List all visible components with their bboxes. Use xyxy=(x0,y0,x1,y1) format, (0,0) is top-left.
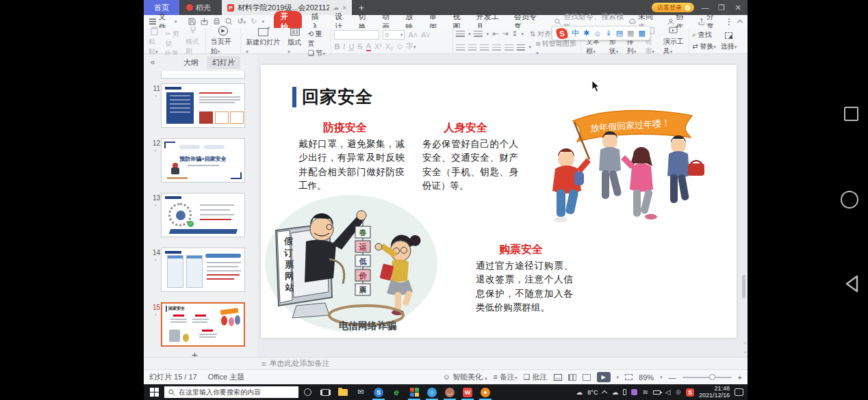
replace-button[interactable]: ⇄ 替换▾ xyxy=(692,42,716,51)
strikethrough-button[interactable]: S xyxy=(357,42,362,51)
align-right-icon[interactable] xyxy=(480,44,489,51)
task-view-button[interactable] xyxy=(316,384,334,400)
slide-thumbnail-15[interactable]: 回家安全 xyxy=(161,302,245,347)
vertical-scrollbar[interactable] xyxy=(741,57,746,341)
increase-indent-icon[interactable]: ⇥ xyxy=(502,29,508,38)
tab-slides[interactable]: 幻灯片 xyxy=(207,56,240,69)
new-slide-button[interactable]: 新建幻灯片▾ xyxy=(244,27,283,55)
ime-tools-icon[interactable]: ▦ xyxy=(627,29,634,38)
slideshow-play-button[interactable]: ▶ xyxy=(597,372,611,382)
ime-mic-icon[interactable]: ⇓ xyxy=(605,29,611,38)
slide-thumb-10-partial[interactable] xyxy=(161,71,245,79)
font-size-input[interactable]: 0▾ xyxy=(383,30,405,40)
battery-icon[interactable] xyxy=(653,390,661,395)
undo-icon[interactable]: ↺▾ xyxy=(238,17,246,26)
slide-canvas[interactable]: 回家安全 防疫安全 戴好口罩，避免聚集，减少出行，有异常及时反映并配合相关部门做… xyxy=(261,65,737,338)
subscript-button[interactable]: X₂ xyxy=(385,42,394,51)
bullet-list-icon[interactable] xyxy=(456,31,465,37)
normal-view-button[interactable] xyxy=(554,374,562,381)
cortana-button[interactable] xyxy=(298,384,316,400)
zoom-out-button[interactable]: — xyxy=(669,373,676,382)
collapse-ribbon-icon[interactable] xyxy=(737,20,743,25)
weather-temp[interactable]: 8°C xyxy=(587,389,598,396)
align-center-icon[interactable] xyxy=(468,44,477,51)
wps-button[interactable]: W xyxy=(459,384,476,400)
scrollbar-thumb[interactable] xyxy=(742,275,745,298)
file-explorer-button[interactable] xyxy=(334,384,352,400)
play-from-current-button[interactable]: ▶ 当页开始▾ xyxy=(209,26,238,56)
slide-thumbnail-11[interactable] xyxy=(161,83,245,128)
pen-input-icon[interactable]: ⊕ xyxy=(676,388,681,396)
redo-icon[interactable]: ↻ xyxy=(251,17,257,26)
ime-grid-icon[interactable]: ▩ xyxy=(638,29,645,38)
sogou-tray-icon[interactable]: S xyxy=(686,388,694,397)
play-options-icon[interactable]: ▾ xyxy=(617,375,620,380)
sorter-view-button[interactable] xyxy=(568,374,576,381)
qat-more-icon[interactable]: ▾ xyxy=(262,19,265,25)
ime-sparkle-icon[interactable]: ✱ xyxy=(583,29,589,38)
section-body-epidemic[interactable]: 戴好口罩，避免聚集，减少出行，有异常及时反映并配合相关部门做好防疫工作。 xyxy=(298,137,405,193)
output-icon[interactable] xyxy=(201,18,208,25)
ime-lang-icon[interactable]: 中 xyxy=(572,28,579,38)
beautify-button[interactable]: ☺ 智能美化 ▴ xyxy=(443,372,487,382)
slide-thumbnail-13[interactable]: ✓ xyxy=(161,193,245,237)
fit-slide-icon[interactable] xyxy=(625,374,633,380)
zoom-slider-thumb[interactable] xyxy=(709,374,715,380)
slide-thumbnail-14[interactable] xyxy=(161,248,245,292)
line-spacing-icon[interactable]: ⇕ xyxy=(511,29,518,38)
font-name-input[interactable] xyxy=(334,30,379,40)
next-slide-button[interactable]: ⌄ xyxy=(743,349,747,354)
underline-button[interactable]: U xyxy=(348,42,354,51)
minimize-button[interactable]: — xyxy=(700,3,711,12)
format-painter-button[interactable]: 格式刷 xyxy=(183,26,203,56)
select-button[interactable]: 选择▾ xyxy=(719,31,739,51)
font-color-button[interactable]: A xyxy=(366,42,371,51)
previous-slide-button[interactable]: ⌃ xyxy=(743,342,747,347)
slide-title-block[interactable]: 回家安全 xyxy=(292,85,373,108)
weather-cloud-icon[interactable]: ☁ xyxy=(576,388,583,396)
justify-icon[interactable] xyxy=(492,44,501,51)
decrease-font-icon[interactable]: A˅ xyxy=(421,31,431,39)
internet-explorer-button[interactable]: e xyxy=(387,384,405,400)
present-tools-button[interactable]: 演示工具▾ xyxy=(661,26,686,56)
notification-center-button[interactable] xyxy=(735,388,743,396)
notes-input[interactable]: ≡ 单击此处添加备注 xyxy=(261,358,329,369)
theme-name[interactable]: Office 主题 xyxy=(208,372,245,382)
more-options-icon[interactable] xyxy=(728,21,730,23)
colorful-grid-app-button[interactable] xyxy=(405,384,423,400)
comments-toggle[interactable]: ❏ 批注 xyxy=(524,372,548,382)
docer-app-button[interactable]: ● xyxy=(476,384,494,400)
find-button[interactable]: ⌕ 查找 xyxy=(692,30,716,40)
purple-app-icon[interactable] xyxy=(631,389,637,395)
collapse-panel-button[interactable]: « xyxy=(144,57,162,67)
text-effects-button[interactable]: 字▾ xyxy=(406,41,416,51)
android-home-button[interactable] xyxy=(841,191,858,209)
slide-thumbnail-12[interactable]: 预防诈骗+回家安全 xyxy=(161,138,245,183)
browser-s-button[interactable]: S xyxy=(370,384,387,400)
zoom-slider[interactable] xyxy=(682,377,732,378)
distribute-icon[interactable] xyxy=(505,44,513,51)
section-heading-epidemic[interactable]: 防疫安全 xyxy=(294,121,396,135)
reset-button[interactable]: ⟲ 重置 xyxy=(308,29,329,49)
clear-format-icon[interactable]: ◇ xyxy=(397,42,403,51)
taskbar-search[interactable]: 在这里输入你要搜索的内容 xyxy=(164,386,298,398)
tab-outline[interactable]: 大纲 xyxy=(178,56,204,69)
to-smartart-button[interactable]: ⧈ 转智能图形▾ xyxy=(536,39,578,56)
android-back-button[interactable] xyxy=(843,274,860,293)
clock[interactable]: 21:48 2021/12/16 xyxy=(699,386,730,399)
cut-button[interactable]: ✂ 剪切 xyxy=(165,29,181,49)
network-icon[interactable]: ≋ xyxy=(642,388,648,396)
preview-icon[interactable] xyxy=(225,18,233,25)
align-left-icon[interactable] xyxy=(456,44,465,51)
notes-toggle[interactable]: ≡ 备注▾ xyxy=(494,372,518,382)
start-button[interactable] xyxy=(144,388,164,397)
volume-icon[interactable]: ◁ xyxy=(665,388,671,396)
usb-device-icon[interactable] xyxy=(623,389,626,395)
numbered-list-icon[interactable] xyxy=(474,31,483,37)
bold-button[interactable]: B xyxy=(334,42,340,51)
android-recents-button[interactable] xyxy=(844,107,858,121)
blue-circle-app-button[interactable]: ○ xyxy=(423,384,441,400)
mail-button[interactable]: ✉ xyxy=(352,384,370,400)
decrease-indent-icon[interactable]: ⇤ xyxy=(492,29,498,38)
people-celebration-illustration[interactable]: 放年假回家过年喽！ xyxy=(547,106,708,243)
